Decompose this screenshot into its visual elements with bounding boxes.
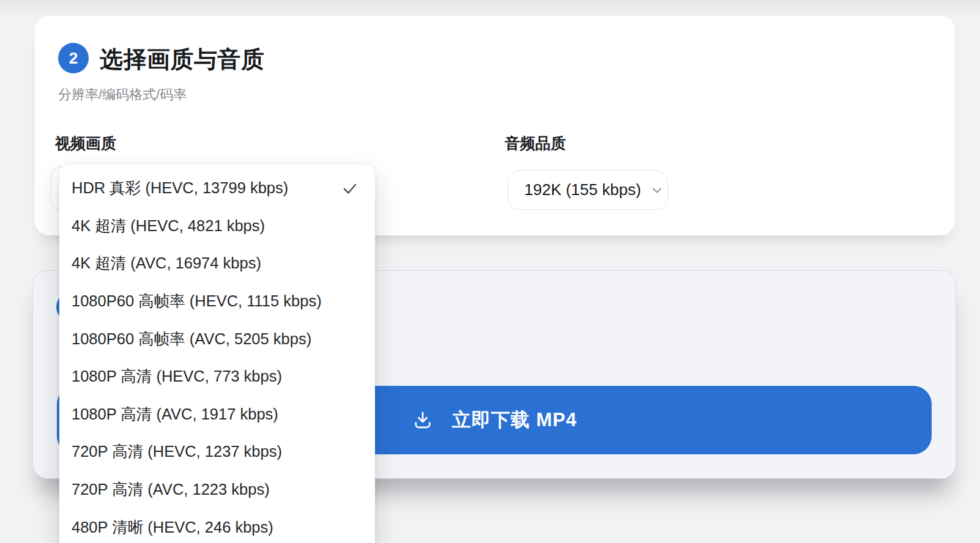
video-quality-dropdown: HDR 真彩 (HEVC, 13799 kbps) 4K 超清 (HEVC, 4… (59, 164, 375, 543)
dropdown-option[interactable]: 1080P 高清 (AVC, 1917 kbps) (59, 396, 375, 434)
audio-quality-value: 192K (155 kbps) (524, 180, 641, 199)
dropdown-option[interactable]: 720P 高清 (AVC, 1223 kbps) (59, 471, 375, 509)
audio-quality-select[interactable]: 192K (155 kbps) (508, 170, 668, 210)
download-icon (412, 409, 434, 431)
check-icon (341, 179, 359, 198)
dropdown-option[interactable]: 4K 超清 (HEVC, 4821 kbps) (59, 207, 375, 245)
page: 2 选择画质与音质 分辨率/编码格式/码率 视频画质 音频品质 192K (15… (0, 0, 980, 543)
page-title: 选择画质与音质 (100, 44, 265, 75)
dropdown-option[interactable]: 1080P60 高帧率 (HEVC, 1115 kbps) (59, 283, 375, 320)
download-button-label: 立即下载 MP4 (452, 407, 577, 433)
page-subtitle: 分辨率/编码格式/码率 (58, 86, 187, 104)
dropdown-option[interactable]: 1080P60 高帧率 (AVC, 5205 kbps) (59, 320, 375, 358)
step-2-number: 2 (69, 49, 78, 68)
chevron-down-icon (650, 183, 664, 198)
dropdown-option[interactable]: 1080P 高清 (HEVC, 773 kbps) (59, 358, 375, 396)
top-card-shadow (0, 0, 980, 17)
dropdown-option-selected[interactable]: HDR 真彩 (HEVC, 13799 kbps) (59, 169, 375, 207)
step-2-badge: 2 (58, 43, 89, 73)
dropdown-option[interactable]: 4K 超清 (AVC, 16974 kbps) (59, 245, 375, 283)
audio-quality-label: 音频品质 (505, 133, 566, 153)
dropdown-option[interactable]: 480P 清晰 (HEVC, 246 kbps) (59, 508, 375, 543)
dropdown-option[interactable]: 720P 高清 (HEVC, 1237 kbps) (59, 433, 375, 471)
video-quality-label: 视频画质 (55, 133, 116, 153)
